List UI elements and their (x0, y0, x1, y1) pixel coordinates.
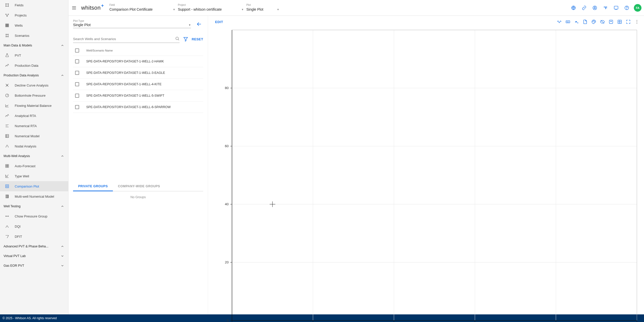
svg-point-19 (8, 36, 8, 37)
logo[interactable]: whitson + (81, 5, 104, 11)
comparison-chart[interactable]: 020406080100020406080 (212, 27, 640, 322)
project-dropdown-value: Support - whitson certificate (178, 7, 222, 11)
sidebar-item-fields[interactable]: Fields (0, 0, 68, 10)
workspace: Plot Type Single Plot ▼ (68, 16, 644, 314)
well-row[interactable]: SPE-DATA-REPOSITORY-DATASET-1-WELL-5-SWI… (73, 90, 203, 101)
globe-icon[interactable] (570, 4, 577, 11)
sidebar-item-dfit[interactable]: DFIT (0, 231, 68, 242)
plot-type-select[interactable]: Plot Type Single Plot ▼ (73, 19, 191, 28)
list-header-label: Well/Scenario Name (86, 49, 113, 52)
sidebar-item-wells[interactable]: Wells (0, 20, 68, 30)
sidebar-item-numerical-rta[interactable]: Numerical RTA (0, 121, 68, 131)
well-row[interactable]: SPE-DATA-REPOSITORY-DATASET-1-WELL-4-KIT… (73, 79, 203, 90)
plot-type-value: Single Plot (73, 23, 91, 27)
svg-point-28 (6, 185, 8, 187)
svg-point-5 (8, 14, 9, 15)
svg-rect-29 (6, 195, 7, 198)
svg-rect-51 (567, 22, 569, 22)
sidebar-section-multi-well-analysis[interactable]: Multi-Well Analysis (0, 151, 68, 161)
sidebar-item-dqi[interactable]: DQI (0, 221, 68, 231)
svg-rect-9 (8, 24, 9, 25)
sidebar-item-label: Numerical RTA (15, 124, 37, 128)
well-checkbox[interactable] (75, 105, 79, 109)
link-icon[interactable] (581, 4, 588, 11)
paint-icon[interactable] (573, 19, 580, 25)
sidebar-section-main-data-models[interactable]: Main Data & Models (0, 41, 68, 50)
well-row[interactable]: SPE-DATA-REPOSITORY-DATASET-1-WELL-3-EAG… (73, 67, 203, 79)
temp-unit-toggle[interactable]: °F (602, 4, 609, 11)
svg-point-53 (593, 21, 593, 22)
back-button[interactable] (195, 20, 203, 28)
sidebar-item-decline-curve-analysis[interactable]: Decline Curve Analysis (0, 80, 68, 90)
user-avatar[interactable]: FA (634, 4, 641, 12)
typewell-icon (5, 174, 10, 179)
more-icon[interactable] (634, 19, 640, 25)
well-checkbox[interactable] (75, 59, 79, 63)
sidebar-section-production-data-analysis[interactable]: Production Data Analysis (0, 71, 68, 80)
search-field[interactable] (73, 35, 180, 43)
sidebar-item-comparison-plot[interactable]: Comparison Plot (0, 181, 68, 191)
topbar: whitson + Field Comparison Plot Certific… (68, 0, 644, 16)
sidebar-item-label: DQI (15, 225, 21, 228)
well-checkbox[interactable] (75, 94, 79, 98)
well-checkbox[interactable] (75, 71, 79, 75)
sidebar-section-well-testing[interactable]: Well Testing (0, 201, 68, 211)
sidebar-item-analytical-rta[interactable]: Analytical RTA (0, 111, 68, 121)
chevron-down-icon (60, 263, 65, 268)
tab-private-groups[interactable]: PRIVATE GROUPS (73, 181, 113, 191)
nmodel-icon (5, 133, 10, 139)
feedback-icon[interactable] (613, 4, 620, 11)
edit-button[interactable]: EDIT (212, 20, 223, 24)
menu-toggle[interactable] (70, 4, 78, 12)
sidebar-item-flowing-material-balance[interactable]: Flowing Material Balance (0, 100, 68, 111)
wave-icon[interactable] (556, 19, 562, 25)
keyboard-icon[interactable] (565, 19, 571, 25)
sidebar-item-scenarios[interactable]: Scenarios (0, 30, 68, 41)
sidebar-subsection-virtual-pvt-lab[interactable]: Virtual PVT Lab (0, 251, 68, 261)
svg-point-39 (594, 7, 596, 8)
svg-rect-31 (8, 195, 9, 198)
table-icon[interactable] (617, 19, 623, 25)
sidebar-item-chow-pressure-group[interactable]: Chow Pressure Group (0, 211, 68, 221)
sidebar-item-auto-forecast[interactable]: Auto-Forecast (0, 161, 68, 171)
chevron-down-icon: ▼ (173, 8, 175, 11)
sidebar-item-production-data[interactable]: Production Data (0, 60, 68, 71)
well-checkbox[interactable] (75, 82, 79, 86)
chevron-down-icon: ▼ (241, 8, 244, 11)
sidebar-subsection-gas-eor-pvt[interactable]: Gas EOR PVT (0, 261, 68, 270)
sidebar-section-advanced-pvt-phase-beha-[interactable]: Advanced PVT & Phase Beha... (0, 242, 68, 251)
plot-dropdown[interactable]: Plot Single Plot ▼ (246, 4, 279, 12)
subsection-title: Gas EOR PVT (4, 264, 24, 267)
filter-button[interactable] (183, 37, 189, 42)
palette-icon[interactable] (591, 19, 597, 25)
fullscreen-icon[interactable] (625, 19, 631, 25)
search-input[interactable] (73, 37, 175, 41)
help-icon[interactable] (623, 4, 630, 11)
sidebar-item-label: Auto-Forecast (15, 164, 36, 168)
well-row[interactable]: SPE-DATA-REPOSITORY-DATASET-1-WELL-2-HAW… (73, 56, 203, 67)
export-icon[interactable] (608, 19, 614, 25)
sidebar-item-pvt[interactable]: PVT (0, 50, 68, 60)
sidebar-item-numerical-model[interactable]: Numerical Model (0, 131, 68, 141)
sidebar-item-label: DFIT (15, 235, 22, 239)
file-icon[interactable] (582, 19, 588, 25)
sidebar-item-multi-well-numerical-model[interactable]: Multi-well Numerical Model (0, 191, 68, 201)
sidebar-item-projects[interactable]: Projects (0, 10, 68, 20)
svg-rect-12 (8, 25, 9, 26)
select-all-checkbox[interactable] (75, 48, 79, 53)
reset-button[interactable]: RESET (192, 37, 203, 41)
svg-rect-7 (6, 24, 6, 25)
scenarios-icon (5, 33, 10, 38)
sidebar-item-label: Multi-well Numerical Model (15, 195, 54, 198)
sidebar-item-nodal-analysis[interactable]: Nodal Analysis (0, 141, 68, 151)
sidebar-item-type-well[interactable]: Type Well (0, 171, 68, 181)
field-dropdown[interactable]: Field Comparison Plot Certificate ▼ (109, 4, 175, 12)
eye-off-icon[interactable] (599, 19, 605, 25)
plot-dropdown-label: Plot (246, 4, 279, 6)
project-dropdown[interactable]: Project Support - whitson certificate ▼ (178, 4, 244, 12)
well-row[interactable]: SPE-DATA-REPOSITORY-DATASET-1-WELL-6-SPA… (73, 101, 203, 113)
sidebar-item-label: Type Well (15, 174, 29, 178)
account-icon[interactable] (591, 4, 598, 11)
sidebar-item-bottomhole-pressure[interactable]: Bottomhole Pressure (0, 90, 68, 100)
tab-company-groups[interactable]: COMPANY-WIDE GROUPS (113, 181, 165, 191)
